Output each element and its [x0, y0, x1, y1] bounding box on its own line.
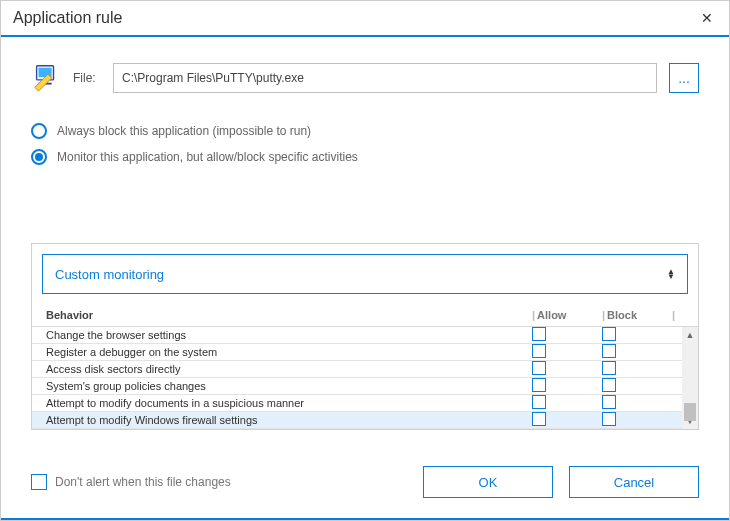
content-area: File: ... Always block this application …	[1, 37, 729, 450]
ok-button[interactable]: OK	[423, 466, 553, 498]
table-row[interactable]: Register a debugger on the system	[32, 344, 698, 361]
table-row[interactable]: Change the browser settings	[32, 327, 698, 344]
grid-header: Behavior |Allow |Block |	[32, 304, 698, 326]
table-row[interactable]: Attempt to modify Windows firewall setti…	[32, 412, 698, 429]
table-row[interactable]: Access disk sectors directly	[32, 361, 698, 378]
monitoring-panel: Custom monitoring ▲▼ Behavior |Allow |Bl…	[31, 243, 699, 430]
behavior-cell: System's group policies changes	[42, 380, 532, 392]
behavior-cell: Register a debugger on the system	[42, 346, 532, 358]
close-icon[interactable]: ✕	[697, 10, 717, 26]
alert-checkbox[interactable]	[31, 474, 47, 490]
allow-checkbox[interactable]	[532, 327, 546, 341]
col-behavior[interactable]: Behavior	[42, 309, 532, 321]
col-allow[interactable]: |Allow	[532, 309, 602, 321]
ellipsis-icon: ...	[678, 70, 690, 86]
app-rule-window: Application rule ✕ File: ... Always bloc…	[0, 0, 730, 521]
block-checkbox[interactable]	[602, 378, 616, 392]
window-title: Application rule	[13, 9, 697, 27]
allow-checkbox[interactable]	[532, 378, 546, 392]
col-block[interactable]: |Block	[602, 309, 672, 321]
scrollbar[interactable]: ▲ ▼	[682, 327, 698, 429]
footer: Don't alert when this file changes OK Ca…	[1, 450, 729, 518]
file-label: File:	[73, 71, 101, 85]
titlebar: Application rule ✕	[1, 1, 729, 37]
radio-always-block[interactable]: Always block this application (impossibl…	[31, 123, 699, 139]
sort-icon: ▲▼	[667, 269, 675, 279]
block-checkbox[interactable]	[602, 344, 616, 358]
allow-checkbox[interactable]	[532, 412, 546, 426]
block-checkbox[interactable]	[602, 327, 616, 341]
allow-checkbox[interactable]	[532, 361, 546, 375]
radio-icon	[31, 123, 47, 139]
table-row[interactable]: System's group policies changes	[32, 378, 698, 395]
behavior-cell: Access disk sectors directly	[42, 363, 532, 375]
scroll-track[interactable]	[682, 343, 698, 413]
scroll-up-icon[interactable]: ▲	[682, 327, 698, 343]
allow-checkbox[interactable]	[532, 395, 546, 409]
cancel-button[interactable]: Cancel	[569, 466, 699, 498]
radio-icon	[31, 149, 47, 165]
alert-checkbox-row[interactable]: Don't alert when this file changes	[31, 474, 231, 490]
file-path-input[interactable]	[113, 63, 657, 93]
bottom-accent	[1, 518, 729, 520]
block-checkbox[interactable]	[602, 395, 616, 409]
grid-body: Change the browser settings Register a d…	[32, 326, 698, 429]
table-row[interactable]: Attempt to modify documents in a suspici…	[32, 395, 698, 412]
behavior-cell: Attempt to modify Windows firewall setti…	[42, 414, 532, 426]
allow-checkbox[interactable]	[532, 344, 546, 358]
browse-button[interactable]: ...	[669, 63, 699, 93]
application-icon	[31, 63, 61, 93]
mode-radio-group: Always block this application (impossibl…	[31, 123, 699, 175]
behavior-cell: Change the browser settings	[42, 329, 532, 341]
scroll-thumb[interactable]	[684, 403, 696, 421]
dropdown-label: Custom monitoring	[55, 267, 164, 282]
alert-label: Don't alert when this file changes	[55, 475, 231, 489]
radio-label: Always block this application (impossibl…	[57, 124, 311, 138]
radio-monitor[interactable]: Monitor this application, but allow/bloc…	[31, 149, 699, 165]
file-row: File: ...	[31, 63, 699, 93]
behavior-cell: Attempt to modify documents in a suspici…	[42, 397, 532, 409]
block-checkbox[interactable]	[602, 361, 616, 375]
block-checkbox[interactable]	[602, 412, 616, 426]
radio-label: Monitor this application, but allow/bloc…	[57, 150, 358, 164]
monitoring-dropdown[interactable]: Custom monitoring ▲▼	[42, 254, 688, 294]
